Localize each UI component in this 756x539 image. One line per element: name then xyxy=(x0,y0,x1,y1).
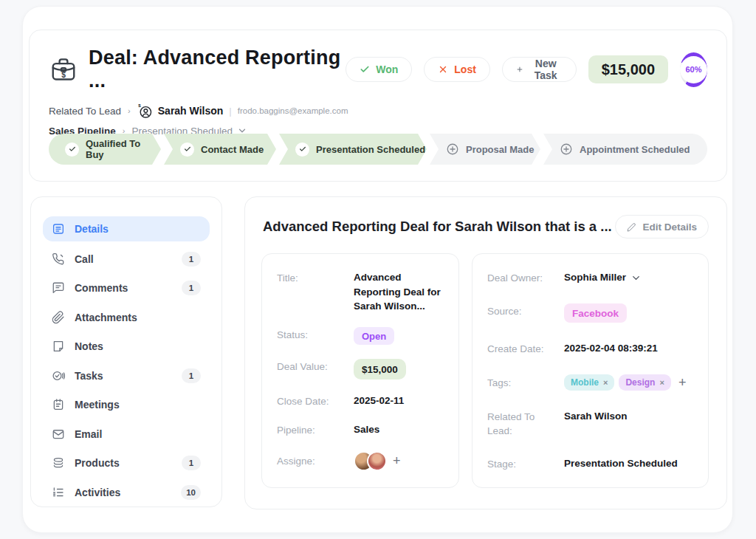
sidebar-item-label: Meetings xyxy=(75,399,120,411)
status-badge: Open xyxy=(354,327,394,345)
stage-appointment-scheduled[interactable]: Appointment Scheduled xyxy=(543,134,707,165)
create-date-label: Create Date: xyxy=(487,341,564,356)
tag-mobile[interactable]: Mobile × xyxy=(564,374,614,391)
lost-button[interactable]: Lost xyxy=(424,57,490,82)
assignee-label: Assigne: xyxy=(277,453,354,468)
note-icon xyxy=(52,340,65,353)
title-label: Title: xyxy=(277,270,354,285)
count-badge: 1 xyxy=(182,281,201,295)
add-tag-button[interactable]: + xyxy=(678,376,687,389)
related-to-lead-label: Related To Lead xyxy=(49,106,121,117)
progress-ring: 60% xyxy=(680,52,707,87)
sidebar-item-comments[interactable]: Comments 1 xyxy=(43,276,210,300)
sidebar-item-activities[interactable]: Activities 10 xyxy=(43,481,210,504)
sidebar-item-tasks[interactable]: Tasks 1 xyxy=(43,364,210,388)
tag-design[interactable]: Design × xyxy=(619,374,670,391)
source-badge: Facebook xyxy=(564,303,627,323)
tag-label: Mobile xyxy=(571,377,599,388)
envelope-icon xyxy=(52,428,65,441)
phone-icon xyxy=(52,253,65,266)
sidebar-item-details[interactable]: Details xyxy=(43,216,210,241)
sidebar-item-meetings[interactable]: Meetings xyxy=(43,393,210,416)
task-check-icon xyxy=(52,369,65,382)
breadcrumb: Related To Lead › Sarah Wilson | frodo.b… xyxy=(49,103,707,119)
won-label: Won xyxy=(376,63,398,75)
lead-name-link[interactable]: Sarah Wilson xyxy=(158,105,224,117)
edit-details-button[interactable]: Edit Details xyxy=(615,215,709,238)
deal-detail-title: Advanced Reporting Deal for Sarah Wilson… xyxy=(263,219,612,235)
deal-value-row: Deal Value: $15,000 xyxy=(277,359,444,380)
stage-row: Stage: Presentation Scheduled xyxy=(487,456,693,471)
count-badge: 10 xyxy=(181,485,201,500)
sidebar: Details Call 1 Comments 1 Attachments No… xyxy=(30,196,222,507)
tag-label: Design xyxy=(625,377,655,388)
pipeline-value: Sales xyxy=(354,422,379,437)
stage-proposal-made[interactable]: Proposal Made xyxy=(430,134,540,165)
deal-owner-value[interactable]: Sophia Miller xyxy=(564,270,626,285)
sidebar-item-call[interactable]: Call 1 xyxy=(43,247,210,271)
sidebar-item-label: Products xyxy=(75,457,120,469)
create-date-row: Create Date: 2025-02-04 08:39:21 xyxy=(487,341,693,356)
stage-label: Presentation Scheduled xyxy=(316,144,425,155)
remove-tag-icon[interactable]: × xyxy=(603,378,608,387)
paperclip-icon xyxy=(52,311,65,324)
sidebar-item-products[interactable]: Products 1 xyxy=(43,451,210,475)
source-row: Source: Facebook xyxy=(487,303,693,323)
check-icon xyxy=(360,64,370,75)
plus-icon xyxy=(516,64,523,75)
sidebar-item-label: Comments xyxy=(75,282,128,294)
sidebar-item-notes[interactable]: Notes xyxy=(43,334,210,358)
deal-owner-label: Deal Owner: xyxy=(487,270,564,285)
deal-amount-badge: $15,000 xyxy=(588,55,668,83)
related-lead-value: Sarah Wilson xyxy=(564,409,627,424)
add-assignee-button[interactable]: + xyxy=(393,454,401,467)
stage-check-icon xyxy=(180,143,194,157)
tags-row: Tags: Mobile × Design × + xyxy=(487,374,693,391)
new-task-button[interactable]: New Task xyxy=(502,57,577,82)
deal-owner-row: Deal Owner: Sophia Miller xyxy=(487,270,693,285)
deal-info-card-right: Deal Owner: Sophia Miller Source: Facebo… xyxy=(472,253,709,488)
won-button[interactable]: Won xyxy=(346,57,412,82)
plus-circle-icon xyxy=(446,143,459,156)
remove-tag-icon[interactable]: × xyxy=(659,378,664,387)
plus-circle-icon xyxy=(560,143,573,156)
assignee-avatar-2[interactable] xyxy=(367,451,387,471)
sidebar-item-email[interactable]: Email xyxy=(43,422,210,446)
status-label: Status: xyxy=(277,327,354,342)
title-value: Advanced Reporting Deal for Sarah Wilson… xyxy=(354,270,444,314)
stage-label: Contact Made xyxy=(201,144,264,155)
stage-contact-made[interactable]: Contact Made xyxy=(164,134,276,165)
breadcrumb-separator: › xyxy=(128,106,131,115)
close-date-value: 2025-02-11 xyxy=(354,394,404,408)
stage-presentation-scheduled[interactable]: Presentation Scheduled xyxy=(279,134,427,165)
sidebar-item-label: Activities xyxy=(75,487,120,498)
chevron-down-icon[interactable] xyxy=(630,272,642,284)
stage-label: Appointment Scheduled xyxy=(580,144,690,155)
deal-value-label: Deal Value: xyxy=(277,359,354,374)
details-panel: Advanced Reporting Deal for Sarah Wilson… xyxy=(244,196,727,509)
related-lead-row: Related To Lead: Sarah Wilson xyxy=(487,409,693,437)
sidebar-item-label: Notes xyxy=(75,340,103,352)
progress-percent: 60% xyxy=(680,56,707,83)
new-task-label: New Task xyxy=(529,58,563,81)
stage-check-icon xyxy=(65,143,79,157)
stage-qualified-to-buy[interactable]: Qualified To Buy xyxy=(49,134,161,165)
count-badge: 1 xyxy=(182,252,201,267)
tags-label: Tags: xyxy=(487,375,564,390)
close-date-row: Close Date: 2025-02-11 xyxy=(277,394,444,408)
sidebar-item-attachments[interactable]: Attachments xyxy=(43,306,210,329)
deal-value-badge: $15,000 xyxy=(354,359,406,380)
sidebar-item-label: Email xyxy=(75,428,102,440)
list-icon xyxy=(52,486,65,499)
comment-icon xyxy=(52,281,65,295)
sidebar-item-label: Attachments xyxy=(75,312,137,323)
details-icon xyxy=(52,222,65,236)
sidebar-item-label: Tasks xyxy=(75,370,103,382)
stage-label: Proposal Made xyxy=(466,144,534,155)
count-badge: 1 xyxy=(182,456,201,470)
related-lead-label: Related To Lead: xyxy=(487,409,564,437)
assignee-row: Assigne: + xyxy=(277,451,444,471)
assignee-avatars xyxy=(354,451,387,471)
title-row: Title: Advanced Reporting Deal for Sarah… xyxy=(277,270,444,314)
deal-header-card: Deal: Advanced Reporting ... Won Lost Ne… xyxy=(29,30,727,182)
